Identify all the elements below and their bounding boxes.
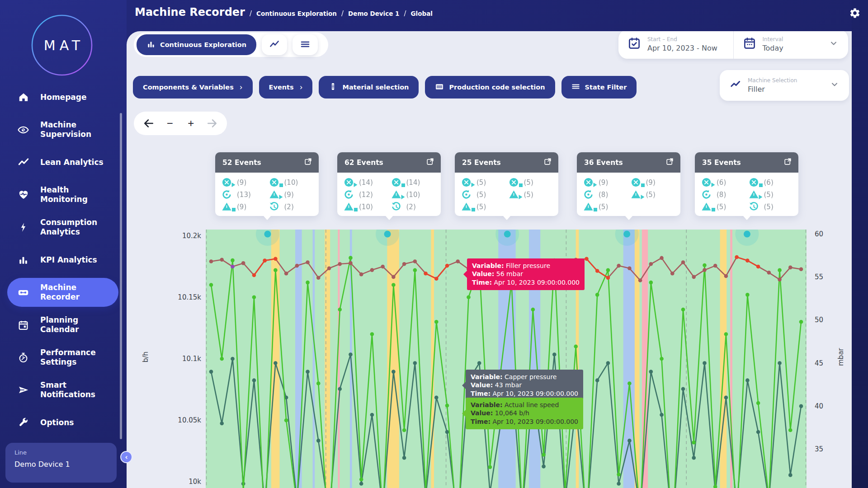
stop-icon — [391, 177, 402, 188]
event-count: (14) — [406, 178, 420, 187]
sidebar-item-lean-analytics[interactable]: Lean Analytics — [0, 146, 127, 178]
external-link-icon[interactable] — [304, 157, 312, 168]
play-badge-icon — [519, 192, 523, 201]
square-badge-icon — [472, 205, 475, 213]
event-type-stop-square: (9) — [631, 176, 678, 188]
right-axis-tick: 45 — [815, 359, 823, 367]
external-link-icon[interactable] — [426, 157, 434, 168]
sidebar-scrollbar[interactable] — [120, 113, 122, 439]
zoom-out-button[interactable]: − — [162, 115, 178, 131]
warning-icon — [631, 189, 642, 200]
production-code-selection-button[interactable]: Production code selection — [425, 76, 555, 99]
pan-left-button[interactable] — [141, 115, 157, 131]
event-type-warning-square: (9) — [222, 201, 269, 213]
breadcrumb-item[interactable]: Global — [411, 10, 433, 17]
sidebar-item-health-monitoring[interactable]: Health Monitoring — [0, 178, 127, 211]
settings-gear-icon[interactable] — [849, 7, 861, 19]
event-count: (5) — [476, 203, 486, 211]
event-count: (9) — [237, 178, 246, 187]
heart-pulse-icon — [17, 189, 29, 201]
chip-label: Components & Variables — [143, 84, 234, 91]
right-axis-title: mbar — [837, 348, 845, 366]
sidebar: MAT Homepage Machine Supervision Lean An… — [0, 0, 127, 488]
calendar-icon — [743, 37, 756, 52]
event-card[interactable]: 36 Events (9) (8) (5) (9) (5) — [577, 152, 680, 216]
event-count: (12) — [359, 191, 373, 199]
zoom-in-button[interactable]: + — [183, 115, 199, 131]
warning-icon — [344, 202, 354, 212]
list-view-button[interactable] — [292, 34, 318, 55]
right-axis-tick: 60 — [815, 230, 823, 238]
event-type-warning-play: (5) — [509, 188, 556, 201]
stop-icon — [344, 177, 354, 188]
play-badge-icon — [401, 192, 405, 201]
sidebar-item-performance-settings[interactable]: Performance Settings — [0, 341, 127, 374]
sidebar-item-homepage[interactable]: Homepage — [0, 81, 127, 113]
external-link-icon[interactable] — [783, 157, 792, 168]
events-filter-button[interactable]: Events› — [259, 76, 313, 99]
warning-icon — [749, 189, 760, 200]
event-count: (10) — [406, 191, 420, 199]
sidebar-item-consumption-analytics[interactable]: Consumption Analytics — [0, 211, 127, 244]
breadcrumb-item[interactable]: Continuous Exploration — [256, 10, 337, 17]
state-filter-button[interactable]: State Filter — [561, 76, 637, 99]
warning-icon — [391, 189, 402, 200]
sidebar-item-planning-calendar[interactable]: Planning Calendar — [0, 309, 127, 341]
timeseries-chart[interactable]: Variable: Filler pressure Value: 56 mbar… — [206, 230, 807, 488]
warning-icon — [701, 202, 712, 212]
sidebar-item-kpi-analytics[interactable]: KPI Analytics — [0, 244, 127, 276]
restart-icon — [222, 189, 232, 200]
event-count: (5) — [476, 178, 486, 187]
event-card[interactable]: 62 Events (14) (12) (10) (14) (10) (2) — [337, 152, 441, 216]
machine-selection-dropdown[interactable]: Machine Selection Filler — [720, 70, 849, 101]
sidebar-item-machine-supervision[interactable]: Machine Supervision — [0, 113, 127, 146]
event-card[interactable]: 52 Events (9) (13) (9) (10) (9) (2) — [215, 152, 319, 216]
components-variables-filter-button[interactable]: Components & Variables› — [133, 76, 253, 99]
line-view-button[interactable] — [262, 34, 287, 55]
event-type-warning-square: (5) — [461, 201, 509, 213]
interval-picker[interactable]: Interval Today — [733, 31, 849, 59]
machine-selection-label: Machine Selection — [748, 77, 797, 84]
chip-label: State Filter — [585, 84, 627, 91]
sidebar-item-options[interactable]: Options — [0, 406, 127, 439]
external-link-icon[interactable] — [665, 157, 674, 168]
pan-right-button[interactable] — [204, 115, 220, 131]
stop-icon — [269, 177, 280, 188]
event-card[interactable]: 25 Events (5) (5) (5) (5) (5) — [455, 152, 558, 216]
stop-icon — [583, 177, 594, 188]
stop-icon — [509, 177, 519, 188]
restart-icon — [701, 189, 712, 200]
history-icon — [391, 202, 402, 212]
date-range-picker[interactable]: Start – End Apr 10, 2023 - Now — [618, 31, 733, 59]
device-card[interactable]: Line Demo Device 1 — [5, 443, 117, 483]
square-badge-icon — [354, 205, 358, 213]
square-badge-icon — [759, 180, 763, 189]
play-badge-icon — [279, 192, 283, 201]
date-range-label: Start – End — [647, 36, 717, 42]
event-type-stop-play: (9) — [222, 176, 269, 188]
breadcrumb-item[interactable]: Demo Device 1 — [348, 10, 399, 17]
date-range-value: Apr 10, 2023 - Now — [647, 44, 717, 52]
sidebar-collapse-button[interactable]: ‹ — [120, 451, 132, 463]
warning-icon — [461, 202, 472, 212]
left-axis-tick: 10.2k — [182, 232, 201, 240]
event-type-history: (5) — [749, 201, 796, 213]
external-link-icon[interactable] — [543, 157, 552, 168]
square-badge-icon — [594, 205, 597, 213]
play-badge-icon — [711, 180, 715, 189]
date-range-card: Start – End Apr 10, 2023 - Now Interval … — [618, 31, 848, 59]
chart-tooltip: Variable: Capper pressure Value: 43 mbar… — [466, 370, 583, 401]
device-card-label: Line — [14, 449, 108, 456]
event-count: (9) — [599, 178, 608, 187]
event-card[interactable]: 35 Events (6) (8) (5) (6) (5) (5) — [695, 152, 798, 216]
event-count: (9) — [646, 178, 656, 187]
chart-tooltip: Variable: Actual line speed Value: 10,06… — [466, 398, 583, 429]
material-selection-button[interactable]: Material selection — [319, 76, 419, 99]
stop-icon — [461, 177, 472, 188]
square-badge-icon — [641, 180, 645, 189]
continuous-exploration-button[interactable]: Continuous Exploration — [137, 34, 256, 55]
sidebar-item-machine-recorder[interactable]: Machine Recorder — [7, 278, 118, 307]
sidebar-item-smart-notifications[interactable]: Smart Notifications — [0, 374, 127, 406]
event-card-pointer — [385, 216, 393, 220]
stop-icon — [631, 177, 642, 188]
